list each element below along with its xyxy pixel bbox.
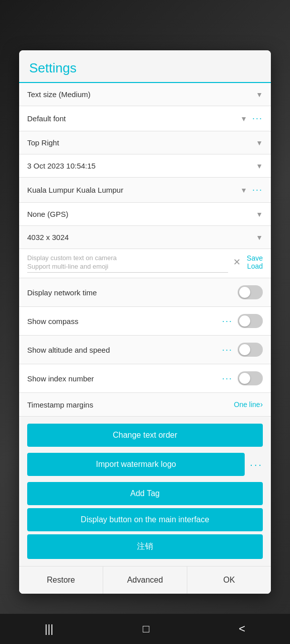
location-label: Kuala Lumpur Kuala Lumpur: [27, 186, 236, 194]
show-index-label: Show index number: [27, 374, 217, 383]
show-altitude-row: Show altitude and speed ···: [19, 336, 271, 364]
save-button[interactable]: Save: [247, 254, 263, 262]
show-compass-dots[interactable]: ···: [222, 316, 233, 327]
show-compass-toggle[interactable]: [238, 314, 263, 328]
settings-dialog: Settings Text size (Medium) ▼ Default fo…: [19, 50, 271, 594]
show-index-row: Show index number ···: [19, 364, 271, 393]
show-compass-row: Show compass ···: [19, 307, 271, 336]
resolution-row[interactable]: 4032 x 3024 ▼: [19, 226, 271, 249]
display-network-time-label: Display network time: [27, 288, 238, 297]
dialog-header: Settings: [19, 50, 271, 83]
timestamp-margins-row[interactable]: Timestamp margins One line ›: [19, 393, 271, 417]
resolution-label: 4032 x 3024: [27, 233, 252, 242]
timestamp-margins-label: Timestamp margins: [27, 400, 234, 409]
show-index-dots[interactable]: ···: [222, 373, 233, 384]
text-size-row[interactable]: Text size (Medium) ▼: [19, 83, 271, 106]
add-tag-button[interactable]: Add Tag: [27, 482, 263, 505]
timestamp-label: 3 Oct 2023 10:54:15: [27, 162, 252, 170]
custom-text-hint2: Support multi-line and emoji: [27, 263, 228, 273]
default-font-label: Default font: [27, 114, 236, 123]
display-network-time-toggle[interactable]: [238, 285, 263, 299]
position-row[interactable]: Top Right ▼: [19, 131, 271, 154]
gps-arrow: ▼: [256, 210, 263, 218]
default-font-row[interactable]: Default font ▼ ···: [19, 106, 271, 131]
custom-text-row: Display custom text on camera Support mu…: [19, 249, 271, 278]
bottom-buttons: Restore Advanced OK: [19, 566, 271, 594]
nav-menu-icon[interactable]: |||: [45, 622, 53, 635]
save-load-btns: Save Load: [247, 254, 263, 270]
load-button[interactable]: Load: [247, 262, 263, 270]
custom-text-actions: ✕ Save Load: [233, 254, 263, 270]
custom-text-hint1: Display custom text on camera: [27, 254, 228, 263]
location-arrow: ▼: [240, 186, 247, 194]
position-arrow: ▼: [256, 139, 263, 147]
show-altitude-label: Show altitude and speed: [27, 346, 217, 354]
resolution-arrow: ▼: [256, 233, 263, 242]
gps-label: None (GPS): [27, 210, 252, 218]
buttons-section: Change text order Import watermark logo …: [19, 417, 271, 566]
display-button-on-main-button[interactable]: Display button on the main interface: [27, 508, 263, 531]
text-size-arrow: ▼: [256, 91, 263, 99]
nav-bar: ||| □ <: [0, 614, 290, 644]
show-altitude-dots[interactable]: ···: [222, 345, 233, 355]
timestamp-row[interactable]: 3 Oct 2023 10:54:15 ▼: [19, 154, 271, 178]
save-load-row: ✕ Save Load: [233, 254, 263, 270]
show-compass-label: Show compass: [27, 317, 217, 326]
one-line-value: One line: [234, 400, 260, 409]
change-text-order-button[interactable]: Change text order: [27, 424, 263, 447]
location-row[interactable]: Kuala Lumpur Kuala Lumpur ▼ ···: [19, 178, 271, 203]
ok-button[interactable]: OK: [187, 567, 271, 594]
custom-text-input-area: Display custom text on camera Support mu…: [27, 254, 228, 273]
dialog-title: Settings: [29, 60, 261, 82]
position-label: Top Right: [27, 138, 252, 147]
location-dots[interactable]: ···: [252, 185, 263, 195]
advanced-button[interactable]: Advanced: [103, 567, 187, 594]
gps-row[interactable]: None (GPS) ▼: [19, 203, 271, 226]
nav-home-icon[interactable]: □: [143, 622, 150, 635]
import-watermark-row: Import watermark logo ···: [19, 450, 271, 479]
text-size-label: Text size (Medium): [27, 90, 252, 99]
restore-button[interactable]: Restore: [19, 567, 103, 594]
default-font-arrow: ▼: [240, 115, 247, 123]
custom-text-inner: Display custom text on camera Support mu…: [27, 254, 263, 273]
cancel-button[interactable]: 注销: [27, 534, 263, 559]
timestamp-chevron-icon: ›: [260, 400, 263, 409]
import-watermark-button[interactable]: Import watermark logo: [27, 453, 245, 476]
nav-back-icon[interactable]: <: [239, 622, 245, 635]
default-font-dots[interactable]: ···: [252, 113, 263, 124]
close-icon[interactable]: ✕: [233, 257, 241, 268]
display-network-time-row: Display network time: [19, 278, 271, 307]
import-watermark-dots[interactable]: ···: [250, 459, 263, 470]
show-altitude-toggle[interactable]: [238, 343, 263, 357]
timestamp-arrow: ▼: [256, 162, 263, 170]
dialog-body: Text size (Medium) ▼ Default font ▼ ··· …: [19, 83, 271, 594]
show-index-toggle[interactable]: [238, 371, 263, 385]
